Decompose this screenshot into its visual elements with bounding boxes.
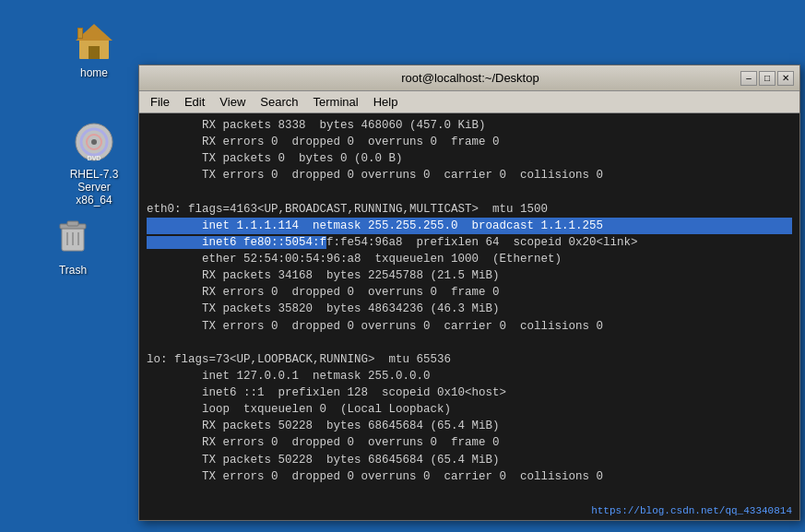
title-bar: root@localhost:~/Desktop – □ ✕ — [139, 65, 799, 91]
trash-icon[interactable]: Trash — [51, 212, 95, 277]
close-button[interactable]: ✕ — [777, 71, 794, 86]
term-line — [147, 335, 792, 351]
term-line: RX packets 8338 bytes 468060 (457.0 KiB) — [147, 117, 792, 134]
home-icon[interactable]: home — [53, 18, 136, 79]
term-line: RX errors 0 dropped 0 overruns 0 frame 0 — [147, 434, 792, 451]
term-line-partial: inet6 fe80::5054:ff:fe54:96a8 prefixlen … — [147, 234, 792, 251]
svg-rect-2 — [89, 46, 100, 59]
term-line: RX errors 0 dropped 0 overruns 0 frame 0 — [147, 134, 792, 150]
minimize-button[interactable]: – — [740, 71, 757, 86]
term-line: loop txqueuelen 0 (Local Loopback) — [147, 401, 792, 418]
maximize-button[interactable]: □ — [759, 71, 775, 86]
terminal-title: root@localhost:~/Desktop — [200, 71, 740, 85]
svg-point-8 — [91, 139, 97, 145]
trash-label: Trash — [59, 264, 87, 277]
term-line: inet6 ::1 prefixlen 128 scopeid 0x10<hos… — [147, 384, 792, 401]
term-line: TX errors 0 dropped 0 overruns 0 carrier… — [147, 318, 792, 335]
home-label: home — [80, 66, 108, 79]
status-bar: https://blog.csdn.net/qq_43340814 — [139, 502, 799, 520]
term-line: TX packets 50228 bytes 68645684 (65.4 Mi… — [147, 452, 792, 468]
menu-terminal[interactable]: Terminal — [306, 93, 366, 111]
term-line: RX packets 50228 bytes 68645684 (65.4 Mi… — [147, 418, 792, 434]
svg-rect-12 — [67, 221, 78, 226]
menu-search[interactable]: Search — [253, 93, 305, 111]
dvd-icon[interactable]: DVD RHEL-7.3 Server x86_64 — [53, 120, 136, 207]
menu-help[interactable]: Help — [366, 93, 406, 111]
term-line — [147, 485, 792, 502]
term-line: RX errors 0 dropped 0 overruns 0 frame 0 — [147, 284, 792, 301]
svg-rect-4 — [78, 29, 82, 38]
term-line: TX packets 35820 bytes 48634236 (46.3 Mi… — [147, 301, 792, 317]
terminal-content[interactable]: RX packets 8338 bytes 468060 (457.0 KiB)… — [139, 113, 799, 502]
svg-text:DVD: DVD — [88, 155, 101, 161]
status-link: https://blog.csdn.net/qq_43340814 — [591, 505, 792, 516]
home-icon-img — [72, 18, 116, 63]
window-controls: – □ ✕ — [740, 71, 794, 86]
trash-icon-img — [51, 212, 95, 260]
menu-edit[interactable]: Edit — [177, 93, 212, 111]
dvd-label: RHEL-7.3 Server x86_64 — [53, 168, 136, 207]
menu-view[interactable]: View — [212, 93, 253, 111]
term-line — [147, 184, 792, 201]
menu-file[interactable]: File — [143, 93, 177, 111]
term-line: TX errors 0 dropped 0 overruns 0 carrier… — [147, 468, 792, 485]
term-line: inet 127.0.0.1 netmask 255.0.0.0 — [147, 368, 792, 384]
term-line-highlighted: inet 1.1.1.114 netmask 255.255.255.0 bro… — [147, 218, 792, 234]
dvd-icon-img: DVD — [72, 120, 116, 164]
terminal-window: root@localhost:~/Desktop – □ ✕ File Edit… — [138, 65, 800, 521]
term-line: eth0: flags=4163<UP,BROADCAST,RUNNING,MU… — [147, 201, 792, 218]
term-line: ether 52:54:00:54:96:a8 txqueuelen 1000 … — [147, 251, 792, 267]
term-line: lo: flags=73<UP,LOOPBACK,RUNNING> mtu 65… — [147, 351, 792, 368]
term-line: TX packets 0 bytes 0 (0.0 B) — [147, 150, 792, 167]
menu-bar: File Edit View Search Terminal Help — [139, 91, 799, 113]
term-line: TX errors 0 dropped 0 overruns 0 carrier… — [147, 167, 792, 183]
term-line: RX packets 34168 bytes 22545788 (21.5 Mi… — [147, 267, 792, 284]
